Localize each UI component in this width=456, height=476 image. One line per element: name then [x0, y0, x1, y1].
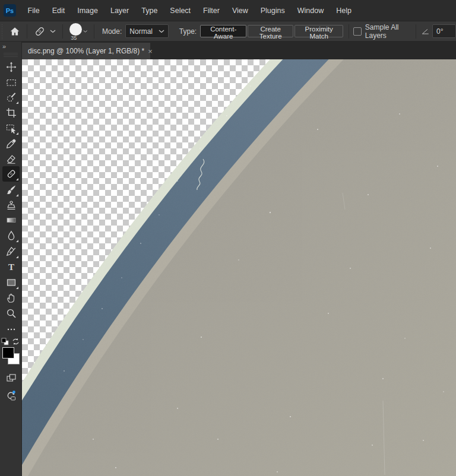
tool-blur[interactable]: [2, 228, 20, 243]
brush-preview-icon: [69, 23, 82, 36]
separator: [94, 24, 94, 39]
tool-type[interactable]: T: [2, 259, 20, 275]
document-tab[interactable]: disc.png @ 100% (Layer 1, RGB/8) * ×: [22, 43, 150, 59]
blur-icon: [6, 230, 17, 241]
sample-all-layers-label: Sample All Layers: [365, 23, 407, 40]
options-bar-grip[interactable]: [1, 24, 4, 39]
mode-value: Normal: [129, 27, 153, 36]
tool-quick-selection[interactable]: [2, 90, 20, 105]
menu-view[interactable]: View: [226, 0, 254, 21]
close-icon[interactable]: ×: [148, 47, 153, 56]
screen-mode-button[interactable]: [2, 370, 20, 386]
canvas[interactable]: [22, 59, 456, 476]
flyout-indicator: [16, 101, 18, 104]
tool-move[interactable]: [2, 59, 20, 75]
menu-select[interactable]: Select: [164, 0, 197, 21]
tool-rectangular-marquee[interactable]: [2, 75, 20, 90]
proximity-match-button[interactable]: Proximity Match: [294, 25, 343, 37]
create-texture-button[interactable]: Create Texture: [248, 25, 293, 37]
expand-toolbar-icon[interactable]: »: [2, 43, 7, 50]
tool-crop[interactable]: [2, 105, 20, 120]
rectangular-marquee-icon: [6, 77, 17, 88]
menu-plugins[interactable]: Plugins: [254, 0, 291, 21]
angle-icon: [422, 27, 429, 36]
tab-bar: disc.png @ 100% (Layer 1, RGB/8) * ×: [22, 42, 456, 59]
menu-file[interactable]: File: [21, 0, 46, 21]
swap-colors-icon: [11, 338, 20, 345]
chevron-down-icon[interactable]: [83, 30, 87, 33]
flyout-indicator: [16, 240, 18, 242]
tool-bar: »: [0, 42, 22, 476]
tool-preset-button[interactable]: [31, 23, 58, 40]
mode-label: Mode:: [102, 27, 122, 36]
menu-window[interactable]: Window: [291, 0, 330, 21]
sync-icon: [5, 390, 17, 401]
eraser-icon: [6, 154, 17, 164]
document-tab-title: disc.png @ 100% (Layer 1, RGB/8) *: [28, 47, 144, 55]
home-icon: [10, 26, 20, 37]
menu-help[interactable]: Help: [330, 0, 358, 21]
menu-layer[interactable]: Layer: [104, 0, 135, 21]
type-icon: T: [6, 262, 17, 272]
screen-mode-icon: [6, 373, 17, 383]
swap-colors-button[interactable]: [11, 337, 20, 348]
tool-clone-stamp[interactable]: [2, 198, 20, 213]
svg-text:T: T: [8, 262, 14, 272]
sample-all-layers-checkbox[interactable]: [353, 27, 362, 36]
brush-icon: [6, 185, 17, 195]
quick-selection-icon: [6, 92, 17, 103]
flyout-indicator: [16, 178, 18, 180]
tool-rectangle[interactable]: [2, 275, 20, 290]
spot-healing-brush-icon: [6, 169, 17, 179]
tool-hand[interactable]: [2, 290, 20, 306]
mode-dropdown[interactable]: Normal: [125, 24, 169, 38]
content-aware-button[interactable]: Content-Aware: [200, 25, 246, 37]
tool-eraser[interactable]: [2, 151, 20, 167]
toolbar-grip[interactable]: [4, 53, 18, 58]
photoshop-window: Ps File Edit Image Layer Type Select Fil…: [0, 0, 456, 476]
spot-healing-brush-icon: [34, 26, 46, 37]
menu-image[interactable]: Image: [71, 0, 104, 21]
brush-size-picker[interactable]: 35: [68, 23, 80, 40]
object-selection-icon: [6, 123, 17, 134]
menu-edit[interactable]: Edit: [46, 0, 71, 21]
foreground-color-swatch[interactable]: [2, 347, 14, 358]
crop-icon: [6, 107, 17, 118]
tool-eyedropper[interactable]: [2, 136, 20, 151]
menu-type[interactable]: Type: [135, 0, 164, 21]
tool-brush[interactable]: [2, 182, 20, 198]
type-label: Type:: [179, 27, 197, 36]
tool-zoom[interactable]: [2, 306, 20, 321]
eyedropper-icon: [6, 138, 17, 149]
chevron-down-icon: [50, 30, 56, 33]
menu-bar: Ps File Edit Image Layer Type Select Fil…: [0, 0, 456, 21]
options-bar: 35 Mode: Normal Type: Content-Aware Crea…: [0, 21, 456, 42]
tool-object-selection[interactable]: [2, 120, 20, 136]
flyout-indicator: [16, 194, 18, 196]
menu-filter[interactable]: Filter: [197, 0, 226, 21]
angle-value: 0°: [436, 27, 443, 36]
sync-plugin-button[interactable]: [2, 388, 20, 403]
move-icon: [6, 62, 17, 72]
rectangle-icon: [6, 277, 17, 288]
default-colors-button[interactable]: [1, 337, 9, 348]
separator: [27, 24, 27, 39]
clone-stamp-icon: [6, 200, 17, 211]
gradient-icon: [6, 215, 17, 226]
default-colors-icon: [1, 338, 9, 345]
tool-spot-healing-brush[interactable]: [2, 166, 20, 182]
separator: [416, 24, 416, 39]
separator: [62, 24, 63, 39]
flyout-indicator: [16, 287, 18, 289]
ellipsis-icon: [6, 324, 17, 335]
zoom-icon: [6, 308, 17, 319]
pen-icon: [6, 246, 17, 257]
angle-field[interactable]: 0°: [432, 24, 456, 38]
home-button[interactable]: [7, 23, 23, 40]
tool-gradient[interactable]: [2, 212, 20, 228]
tool-pen[interactable]: [2, 244, 20, 259]
flyout-indicator: [16, 132, 18, 135]
canvas-image: [22, 59, 456, 476]
edit-toolbar-button[interactable]: [2, 322, 20, 337]
hand-icon: [6, 293, 17, 303]
